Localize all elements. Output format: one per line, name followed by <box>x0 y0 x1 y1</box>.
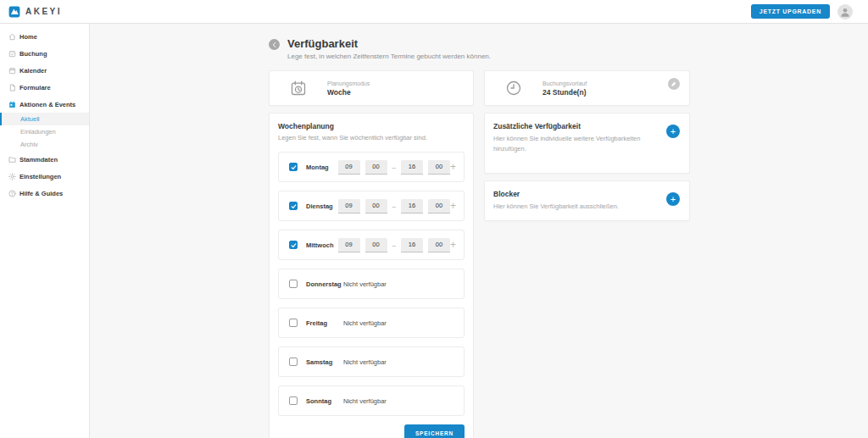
sidebar-item-label: Home <box>19 33 37 41</box>
sidebar-subitem-aktuell[interactable]: Aktuell <box>0 113 89 125</box>
day-row-montag: Montag – + <box>278 152 465 182</box>
avatar[interactable] <box>837 4 853 19</box>
day-row-donnerstag: Donnerstag Nicht verfügbar <box>278 269 465 299</box>
time-range-separator: – <box>392 202 396 210</box>
page-title: Verfügbarkeit <box>287 37 491 50</box>
gear-icon <box>8 173 16 180</box>
time-range-separator: – <box>392 164 396 171</box>
back-button[interactable] <box>269 39 280 50</box>
day-checkbox-mittwoch[interactable] <box>289 241 298 249</box>
blocker-card: Blocker Hier können Sie Verfügbarkeit au… <box>484 180 690 221</box>
sidebar-item-aktionen-events[interactable]: Aktionen & Events <box>0 96 89 113</box>
day-row-samstag: Samstag Nicht verfügbar <box>278 347 465 377</box>
sidebar-item-formulare[interactable]: Formulare <box>0 79 89 96</box>
extra-availability-card: Zusätzliche Verfügbarkeit Hier können Si… <box>484 113 690 174</box>
pencil-icon <box>670 80 677 87</box>
clock-icon <box>505 80 522 97</box>
sidebar-item-label: Stammdaten <box>19 156 58 164</box>
sidebar-item-kalender[interactable]: Kalender <box>0 62 89 79</box>
time-to-minute-input-mittwoch[interactable] <box>428 238 450 252</box>
week-plan-title: Wochenplanung <box>278 122 465 130</box>
planning-mode-value: Woche <box>327 88 370 97</box>
form-icon <box>8 84 16 91</box>
add-timeslot-button[interactable]: + <box>450 162 456 172</box>
day-label-montag: Montag <box>306 164 338 171</box>
sidebar-item-stammdaten[interactable]: Stammdaten <box>0 151 89 168</box>
time-from-hour-input-mittwoch[interactable] <box>338 238 360 252</box>
logo-text: AKEYI <box>25 7 62 16</box>
sidebar-item-einstellungen[interactable]: Einstellungen <box>0 168 89 185</box>
day-checkbox-sonntag[interactable] <box>289 396 298 405</box>
user-icon <box>839 6 851 18</box>
events-icon <box>8 101 16 108</box>
plus-icon: + <box>670 127 676 136</box>
sidebar-subitem-einladungen[interactable]: Einladungen <box>0 125 89 138</box>
sidebar-item-buchung[interactable]: Buchung <box>0 45 89 62</box>
day-checkbox-donnerstag[interactable] <box>289 280 298 288</box>
edit-booking-lead-button[interactable] <box>668 78 680 90</box>
time-from-minute-input-mittwoch[interactable] <box>365 238 387 252</box>
day-label-mittwoch: Mittwoch <box>306 241 338 249</box>
extra-availability-title: Zusätzliche Verfügbarkeit <box>493 122 655 130</box>
week-plan-subtitle: Legen Sie fest, wann Sie wöchentlich ver… <box>278 134 465 141</box>
day-row-freitag: Freitag Nicht verfügbar <box>278 308 465 338</box>
planning-mode-card: Planungsmodus Woche <box>269 70 474 106</box>
sidebar-item-label: Hilfe & Guides <box>19 190 63 197</box>
booking-lead-value: 24 Stunde(n) <box>542 88 587 97</box>
planning-mode-label: Planungsmodus <box>327 80 370 86</box>
time-range-separator: – <box>392 241 396 249</box>
day-checkbox-montag[interactable] <box>289 163 298 171</box>
time-from-minute-input-dienstag[interactable] <box>365 199 387 213</box>
time-to-minute-input-dienstag[interactable] <box>428 199 450 213</box>
time-from-hour-input-montag[interactable] <box>338 160 360 175</box>
time-to-hour-input-dienstag[interactable] <box>401 199 423 213</box>
day-checkbox-freitag[interactable] <box>289 319 298 327</box>
day-row-sonntag: Sonntag Nicht verfügbar <box>278 385 465 416</box>
day-checkbox-samstag[interactable] <box>289 358 298 366</box>
plus-icon: + <box>670 195 676 204</box>
calendar-icon <box>8 67 16 75</box>
day-list: Montag – + Dienstag – + Mittwoch <box>278 152 465 416</box>
time-from-hour-input-dienstag[interactable] <box>338 199 360 213</box>
booking-lead-card: Buchungsvorlauf 24 Stunde(n) <box>484 70 690 106</box>
time-from-minute-input-montag[interactable] <box>365 160 387 175</box>
day-checkbox-dienstag[interactable] <box>289 202 298 210</box>
sidebar-item-label: Aktionen & Events <box>19 101 75 108</box>
save-button[interactable]: SPEICHERN <box>404 424 465 438</box>
day-row-mittwoch: Mittwoch – + <box>278 230 465 260</box>
add-timeslot-button[interactable]: + <box>450 201 456 211</box>
unavailable-label: Nicht verfügbar <box>343 397 387 405</box>
booking-lead-label: Buchungsvorlauf <box>542 80 587 86</box>
add-blocker-button[interactable]: + <box>666 192 680 206</box>
blocker-description: Hier können Sie Verfügbarkeit ausschließ… <box>493 202 655 212</box>
sidebar-item-hilfe-guides[interactable]: Hilfe & Guides <box>0 185 89 202</box>
blocker-title: Blocker <box>493 190 655 198</box>
time-to-hour-input-montag[interactable] <box>401 160 423 175</box>
week-plan-card: Wochenplanung Legen Sie fest, wann Sie w… <box>269 113 474 438</box>
unavailable-label: Nicht verfügbar <box>343 319 387 327</box>
help-icon <box>8 190 16 197</box>
sidebar-item-label: Einstellungen <box>19 173 61 180</box>
sidebar-subitem-archiv[interactable]: Archiv <box>0 138 89 151</box>
booking-icon <box>8 50 16 58</box>
akeyi-logo-icon <box>8 6 20 18</box>
main-area: Verfügbarkeit Lege fest, in welchen Zeit… <box>91 24 868 438</box>
unavailable-label: Nicht verfügbar <box>343 358 387 366</box>
sidebar-item-label: Formulare <box>19 84 51 91</box>
add-extra-availability-button[interactable]: + <box>666 125 680 138</box>
folder-icon <box>8 156 16 164</box>
unavailable-label: Nicht verfügbar <box>343 280 387 288</box>
day-label-samstag: Samstag <box>306 358 343 366</box>
page-header: Verfügbarkeit Lege fest, in welchen Zeit… <box>269 37 690 60</box>
day-row-dienstag: Dienstag – + <box>278 191 465 221</box>
topbar: AKEYI JETZT UPGRADEN <box>0 0 868 24</box>
upgrade-button[interactable]: JETZT UPGRADEN <box>751 4 830 19</box>
sidebar-item-label: Buchung <box>19 50 47 58</box>
page-subtitle: Lege fest, in welchen Zeitfenstern Termi… <box>287 53 491 60</box>
time-to-hour-input-mittwoch[interactable] <box>401 238 423 252</box>
time-to-minute-input-montag[interactable] <box>428 160 450 175</box>
calendar-clock-icon <box>290 80 307 97</box>
app-logo[interactable]: AKEYI <box>8 6 62 18</box>
sidebar-item-home[interactable]: Home <box>0 28 89 45</box>
add-timeslot-button[interactable]: + <box>450 240 456 250</box>
